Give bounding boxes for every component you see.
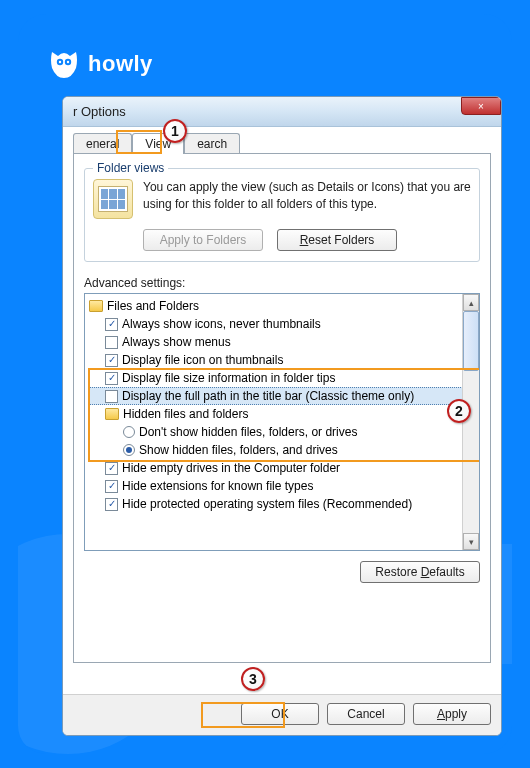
advanced-settings-tree[interactable]: Files and Folders ✓Always show icons, ne… bbox=[84, 293, 480, 551]
tree-item-label: Don't show hidden files, folders, or dri… bbox=[139, 425, 357, 439]
tree-item[interactable]: ✓Display file icon on thumbnails bbox=[89, 351, 479, 369]
tree-item-label: Hide empty drives in the Computer folder bbox=[122, 461, 340, 475]
folder-views-icon bbox=[93, 179, 133, 219]
checkbox[interactable]: ✓ bbox=[105, 372, 118, 385]
tree-item[interactable]: ✓Display file size information in folder… bbox=[89, 369, 479, 387]
checkbox[interactable]: ✓ bbox=[105, 480, 118, 493]
svg-point-3 bbox=[67, 61, 69, 63]
checkbox[interactable] bbox=[105, 390, 118, 403]
reset-folders-button[interactable]: Reset Folders bbox=[277, 229, 397, 251]
apply-to-folders-button: Apply to Folders bbox=[143, 229, 263, 251]
tree-item-label: Hide protected operating system files (R… bbox=[122, 497, 412, 511]
folder-options-window: r Options × eneral View earch Folder vie… bbox=[62, 96, 502, 736]
checkbox[interactable]: ✓ bbox=[105, 498, 118, 511]
tree-item[interactable]: Hidden files and folders bbox=[89, 405, 479, 423]
checkbox[interactable]: ✓ bbox=[105, 354, 118, 367]
tab-panel-view: Folder views You can apply the view (suc… bbox=[73, 153, 491, 663]
scrollbar[interactable]: ▴ ▾ bbox=[462, 294, 479, 550]
apply-button[interactable]: Apply bbox=[413, 703, 491, 725]
cancel-button[interactable]: Cancel bbox=[327, 703, 405, 725]
svg-point-2 bbox=[59, 61, 61, 63]
tree-item-label: Hidden files and folders bbox=[123, 407, 248, 421]
scroll-up-button[interactable]: ▴ bbox=[463, 294, 479, 311]
card-background: howly r Options × eneral View earch Fold… bbox=[18, 14, 512, 754]
tree-item[interactable]: Show hidden files, folders, and drives bbox=[89, 441, 479, 459]
restore-defaults-button[interactable]: Restore Defaults bbox=[360, 561, 480, 583]
owl-icon bbox=[48, 48, 80, 80]
tree-item[interactable]: ✓Always show icons, never thumbnails bbox=[89, 315, 479, 333]
radio[interactable] bbox=[123, 444, 135, 456]
ok-button[interactable]: OK bbox=[241, 703, 319, 725]
tree-root[interactable]: Files and Folders bbox=[89, 297, 479, 315]
tree-item[interactable]: ✓Hide protected operating system files (… bbox=[89, 495, 479, 513]
scroll-down-button[interactable]: ▾ bbox=[463, 533, 479, 550]
tree-item-label: Display the full path in the title bar (… bbox=[122, 389, 414, 403]
group-label: Folder views bbox=[93, 161, 168, 175]
dialog-button-row: OK Cancel Apply bbox=[63, 694, 501, 735]
tree-item-label: Show hidden files, folders, and drives bbox=[139, 443, 338, 457]
folder-views-description: You can apply the view (such as Details … bbox=[143, 179, 471, 219]
brand: howly bbox=[48, 48, 153, 80]
tree-item-label: Display file icon on thumbnails bbox=[122, 353, 283, 367]
group-folder-views: Folder views You can apply the view (suc… bbox=[84, 168, 480, 262]
tree-item-label: Always show menus bbox=[122, 335, 231, 349]
titlebar[interactable]: r Options × bbox=[63, 97, 501, 127]
window-body: eneral View earch Folder views You can a… bbox=[63, 127, 501, 673]
scroll-thumb[interactable] bbox=[463, 311, 479, 371]
callout-1: 1 bbox=[163, 119, 187, 143]
advanced-settings-label: Advanced settings: bbox=[84, 276, 480, 290]
window-title: r Options bbox=[73, 104, 126, 119]
brand-text: howly bbox=[88, 51, 153, 77]
close-button[interactable]: × bbox=[461, 97, 501, 115]
tab-search[interactable]: earch bbox=[184, 133, 240, 154]
tree-item[interactable]: Display the full path in the title bar (… bbox=[89, 387, 479, 405]
tree-item[interactable]: Don't show hidden files, folders, or dri… bbox=[89, 423, 479, 441]
tree-item-label: Hide extensions for known file types bbox=[122, 479, 313, 493]
radio[interactable] bbox=[123, 426, 135, 438]
tab-general[interactable]: eneral bbox=[73, 133, 132, 154]
checkbox[interactable] bbox=[105, 336, 118, 349]
callout-3: 3 bbox=[241, 667, 265, 691]
tree-root-label: Files and Folders bbox=[107, 299, 199, 313]
tree-item-label: Always show icons, never thumbnails bbox=[122, 317, 321, 331]
tree-item[interactable]: ✓Hide empty drives in the Computer folde… bbox=[89, 459, 479, 477]
checkbox[interactable]: ✓ bbox=[105, 462, 118, 475]
folder-icon bbox=[89, 300, 103, 312]
tree-item[interactable]: ✓Hide extensions for known file types bbox=[89, 477, 479, 495]
tree-item-label: Display file size information in folder … bbox=[122, 371, 335, 385]
tab-strip: eneral View earch bbox=[73, 133, 491, 154]
checkbox[interactable]: ✓ bbox=[105, 318, 118, 331]
close-icon: × bbox=[478, 101, 484, 112]
tree-item[interactable]: Always show menus bbox=[89, 333, 479, 351]
callout-2: 2 bbox=[447, 399, 471, 423]
folder-icon bbox=[105, 408, 119, 420]
